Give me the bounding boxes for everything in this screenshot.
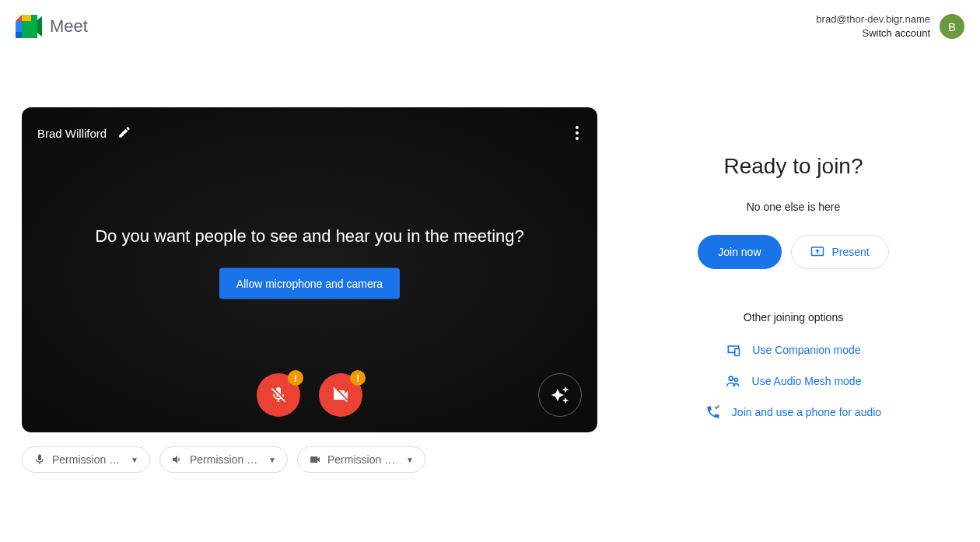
chevron-down-icon: ▼ [268,456,276,464]
svg-rect-2 [22,21,31,38]
header-right: brad@thor-dev.bigr.name Switch account B [816,12,964,40]
speaker-device-selector[interactable]: Permission ne… ▼ [159,446,288,473]
preview-user-name-row: Brad Williford [37,125,131,142]
visual-effects-button[interactable] [538,373,582,417]
svg-rect-0 [22,15,31,21]
camera-device-selector[interactable]: Permission ne… ▼ [297,446,425,473]
participants-status: No one else is here [747,201,841,213]
join-column: Ready to join? No one else is here Join … [628,107,958,473]
header: Meet brad@thor-dev.bigr.name Switch acco… [0,0,980,53]
camera-device-label: Permission ne… [327,453,400,466]
edit-name-icon[interactable] [117,125,131,142]
chevron-down-icon: ▼ [406,456,414,464]
svg-rect-3 [16,32,22,38]
present-label: Present [832,246,870,258]
join-title: Ready to join? [723,154,863,179]
other-options-heading: Other joining options [744,311,843,323]
companion-label: Use Companion mode [752,344,860,356]
audio-mesh-label: Use Audio Mesh mode [752,375,862,387]
preview-controls: ! ! [22,373,597,417]
meet-logo-icon [16,15,44,38]
svg-point-5 [729,377,733,381]
present-button[interactable]: Present [791,235,889,269]
account-info: brad@thor-dev.bigr.name Switch account [816,12,930,40]
switch-account-link[interactable]: Switch account [816,26,930,40]
mic-device-label: Permission ne… [52,453,124,466]
user-email: brad@thor-dev.bigr.name [816,12,930,26]
phone-label: Join and use a phone for audio [732,406,881,418]
companion-mode-option[interactable]: Use Companion mode [726,342,860,358]
phone-audio-option[interactable]: Join and use a phone for audio [705,404,881,420]
more-options-icon[interactable] [572,123,582,143]
mic-device-selector[interactable]: Permission ne… ▼ [22,446,150,473]
phone-icon [705,404,721,420]
camera-toggle-button[interactable]: ! [319,373,362,417]
svg-rect-1 [16,21,22,32]
product-name: Meet [50,16,88,37]
mic-toggle-button[interactable]: ! [257,373,300,417]
mic-icon [33,453,46,466]
allow-mic-camera-button[interactable]: Allow microphone and camera [219,268,400,299]
audio-mesh-icon [726,373,741,389]
svg-rect-4 [735,349,740,356]
audio-mesh-option[interactable]: Use Audio Mesh mode [726,373,862,389]
speaker-icon [171,453,184,466]
join-now-button[interactable]: Join now [698,235,781,269]
present-icon [810,245,824,259]
mic-warning-badge-icon: ! [288,370,303,386]
companion-icon [726,342,741,358]
main-content: Brad Williford Do you want people to see… [0,107,980,473]
device-selector-row: Permission ne… ▼ Permission ne… ▼ Permis… [22,446,597,473]
avatar[interactable]: B [940,14,964,39]
header-left: Meet [16,15,88,38]
chevron-down-icon: ▼ [131,456,138,464]
permission-prompt: Do you want people to see and hear you i… [51,226,569,299]
join-buttons: Join now Present [698,235,889,269]
speaker-device-label: Permission ne… [190,453,262,466]
camera-warning-badge-icon: ! [350,370,366,386]
svg-point-6 [734,379,737,382]
preview-column: Brad Williford Do you want people to see… [22,107,597,473]
permission-heading: Do you want people to see and hear you i… [51,226,569,247]
preview-top-bar: Brad Williford [37,123,582,143]
video-preview: Brad Williford Do you want people to see… [22,107,597,432]
camera-icon [309,453,321,466]
preview-user-name: Brad Williford [37,127,107,140]
